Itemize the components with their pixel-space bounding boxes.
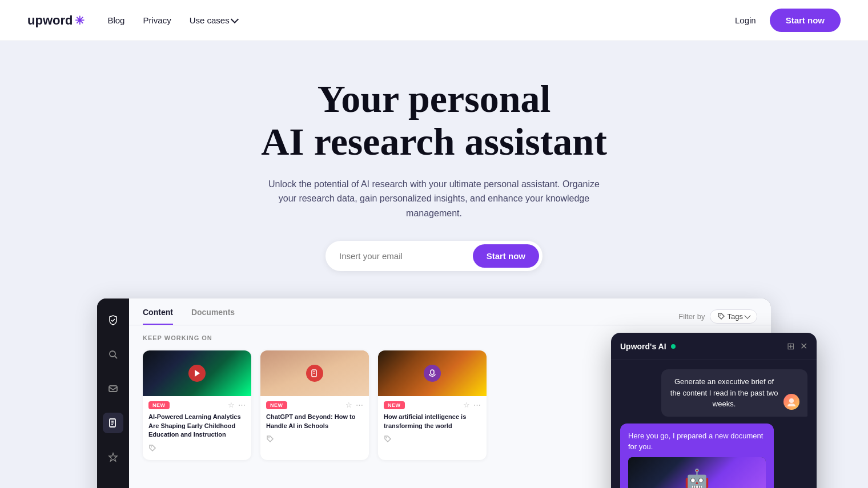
- card-2-star-icon[interactable]: ☆: [345, 401, 352, 409]
- logo[interactable]: upword ✳: [27, 13, 85, 28]
- expand-icon[interactable]: ⊞: [787, 341, 794, 352]
- card-3-badge-row: NEW ☆ ⋯: [384, 401, 481, 409]
- card-2-badge-row: NEW ☆ ⋯: [266, 401, 363, 409]
- card-1-actions: ☆ ⋯: [228, 401, 246, 409]
- dashboard-preview-container: Content Documents Filter by Tags: [97, 299, 771, 488]
- use-cases-label: Use cases: [190, 15, 230, 25]
- ai-image-inner: 🤖: [628, 457, 766, 488]
- chat-messages: Generate an executive brief of the conte…: [611, 360, 817, 488]
- svg-point-18: [789, 398, 794, 403]
- logo-text: upword: [27, 13, 73, 28]
- logo-asterisk: ✳: [75, 14, 85, 27]
- filter-tags-button[interactable]: Tags: [710, 309, 757, 324]
- card-3-badge: NEW: [384, 401, 405, 409]
- filter-chevron-icon: [744, 312, 750, 318]
- chevron-down-icon: [231, 15, 239, 23]
- user-message-text: Generate an executive brief of the conte…: [669, 376, 779, 410]
- card-3-title: How artificial intelligence is transform…: [384, 413, 481, 430]
- content-card-2: NEW ☆ ⋯ ChatGPT and Beyond: How to Handl…: [260, 350, 369, 459]
- card-1-badge: NEW: [148, 401, 170, 409]
- sidebar-item-search[interactable]: [103, 344, 123, 365]
- content-card-1: NEW ☆ ⋯ AI-Powered Learning Analytics Ar…: [143, 350, 251, 459]
- nav-right: Login Start now: [735, 9, 841, 32]
- chat-status-dot: [671, 344, 676, 349]
- ai-chat-panel: Upword's AI ⊞ ✕ Generate an executive br…: [611, 333, 817, 488]
- tab-documents[interactable]: Documents: [191, 308, 235, 325]
- card-1-body: NEW ☆ ⋯ AI-Powered Learning Analytics Ar…: [143, 396, 251, 459]
- pdf-icon-button[interactable]: [306, 365, 323, 382]
- card-3-star-icon[interactable]: ☆: [463, 401, 470, 409]
- chat-header: Upword's AI ⊞ ✕: [611, 333, 817, 360]
- card-2-more-icon[interactable]: ⋯: [356, 401, 363, 409]
- start-now-button[interactable]: Start now: [770, 9, 841, 32]
- chat-title: Upword's AI: [620, 342, 666, 351]
- hero-cta-form: Start now: [326, 241, 542, 271]
- card-2-body: NEW ☆ ⋯ ChatGPT and Beyond: How to Handl…: [260, 396, 369, 451]
- svg-line-1: [115, 356, 117, 358]
- sidebar-item-favorites[interactable]: [103, 447, 123, 467]
- card-3-body: NEW ☆ ⋯ How artificial intelligence is t…: [378, 396, 487, 451]
- card-1-title: AI-Powered Learning Analytics Are Shapin…: [148, 413, 246, 439]
- svg-marker-7: [109, 453, 117, 461]
- hero-section: Your personal AI research assistant Unlo…: [0, 41, 868, 488]
- card-1-tag-icon: [148, 444, 246, 454]
- dashboard-tabs: Content Documents Filter by Tags: [129, 299, 771, 325]
- email-input[interactable]: [339, 251, 473, 261]
- chat-header-right: ⊞ ✕: [787, 341, 807, 352]
- play-button-icon[interactable]: [188, 365, 206, 382]
- sidebar-item-logo[interactable]: [103, 310, 123, 330]
- card-3-more-icon[interactable]: ⋯: [473, 401, 481, 409]
- sidebar-item-docs[interactable]: [103, 413, 123, 433]
- chat-header-left: Upword's AI: [620, 342, 676, 351]
- card-1-more-icon[interactable]: ⋯: [238, 401, 246, 409]
- privacy-link[interactable]: Privacy: [143, 15, 171, 25]
- user-message: Generate an executive brief of the conte…: [661, 369, 807, 417]
- card-2-tag-icon: [266, 435, 363, 445]
- robot-hand-icon: 🤖: [684, 465, 710, 488]
- navbar: upword ✳ Blog Privacy Use cases Login St…: [0, 0, 868, 41]
- hero-title-line1: Your personal: [318, 77, 551, 120]
- card-2-badge: NEW: [266, 401, 287, 409]
- tab-content[interactable]: Content: [143, 308, 173, 325]
- tag-icon: [717, 312, 725, 320]
- ai-message: Here you go, I prepared a new document f…: [620, 424, 774, 488]
- blog-link[interactable]: Blog: [107, 15, 124, 25]
- card-3-tag-icon: [384, 435, 481, 445]
- svg-point-0: [110, 351, 115, 357]
- use-cases-link[interactable]: Use cases: [190, 15, 238, 25]
- svg-rect-2: [109, 386, 117, 392]
- sidebar-item-inbox[interactable]: [103, 378, 123, 399]
- hero-subtitle: Unlock the potential of AI research with…: [268, 177, 600, 221]
- card-2-thumb: [260, 350, 369, 396]
- card-3-thumb: [378, 350, 487, 396]
- tags-label: Tags: [728, 312, 743, 321]
- content-card-3: NEW ☆ ⋯ How artificial intelligence is t…: [378, 350, 487, 459]
- ai-message-text: Here you go, I prepared a new document f…: [628, 431, 763, 451]
- hero-title: Your personal AI research assistant: [261, 78, 607, 163]
- svg-point-8: [720, 314, 721, 316]
- svg-point-10: [151, 446, 152, 447]
- tabs-left: Content Documents: [143, 308, 235, 325]
- card-3-actions: ☆ ⋯: [463, 401, 481, 409]
- hero-title-line2: AI research assistant: [261, 120, 607, 163]
- close-icon[interactable]: ✕: [800, 341, 807, 352]
- svg-point-17: [386, 437, 387, 438]
- card-2-title: ChatGPT and Beyond: How to Handle AI in …: [266, 413, 363, 430]
- card-1-star-icon[interactable]: ☆: [228, 401, 235, 409]
- dashboard-sidebar: [97, 299, 129, 488]
- svg-marker-9: [195, 370, 200, 377]
- login-link[interactable]: Login: [735, 15, 756, 25]
- card-1-badge-row: NEW ☆ ⋯: [148, 401, 246, 409]
- start-now-hero-button[interactable]: Start now: [473, 244, 539, 268]
- user-avatar: [783, 394, 799, 410]
- avatar-icon: [786, 396, 797, 408]
- ai-message-image: 🤖: [628, 457, 766, 488]
- card-2-actions: ☆ ⋯: [345, 401, 363, 409]
- filter-label: Filter by: [678, 312, 705, 321]
- mic-icon-button[interactable]: [424, 365, 441, 382]
- svg-point-14: [268, 437, 270, 438]
- filter-area: Filter by Tags: [678, 309, 757, 324]
- svg-rect-15: [431, 370, 434, 374]
- card-1-thumb: [143, 350, 251, 396]
- nav-links: Blog Privacy Use cases: [107, 15, 735, 25]
